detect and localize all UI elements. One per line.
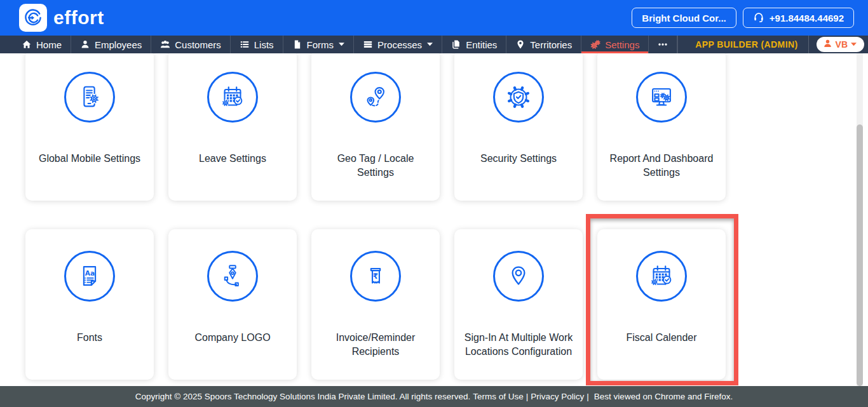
nav-item-label: Lists: [254, 39, 274, 50]
effort-logo[interactable]: [19, 4, 47, 32]
scrollbar-thumb[interactable]: [857, 124, 863, 386]
svg-text:Aa: Aa: [85, 269, 95, 277]
chevron-down-icon: [427, 43, 433, 46]
app-header: effort Bright Cloud Cor... +91.84484.446…: [0, 0, 868, 36]
nav-item-settings[interactable]: Settings: [581, 36, 649, 53]
invoice-rupee-icon: ₹: [361, 262, 390, 291]
person-icon: [80, 39, 90, 50]
settings-card-leave-settings[interactable]: Leave Settings: [168, 53, 297, 201]
vertical-scrollbar[interactable]: [857, 53, 863, 386]
settings-card-label: Geo Tag / Locale Settings: [311, 152, 440, 180]
user-menu-button[interactable]: VB: [817, 37, 864, 52]
nav-item-customers[interactable]: Customers: [151, 36, 231, 53]
settings-card-label: Fonts: [71, 331, 109, 345]
dashboard-monitor-icon: [647, 83, 676, 112]
nav-item-label: Processes: [377, 39, 422, 50]
file-icon: [292, 39, 302, 50]
pages-icon: [451, 39, 461, 50]
user-initials: VB: [836, 39, 848, 50]
footer-separator: |: [526, 392, 529, 401]
nav-item-entities[interactable]: Entities: [442, 36, 506, 53]
main-nav: Home Employees Customers Lists Forms Pro…: [0, 36, 868, 53]
footer: Copyright © 2025 Spoors Technology Solut…: [0, 386, 868, 407]
terms-of-use-link[interactable]: Terms of Use: [473, 392, 524, 401]
role-label: APP BUILDER (ADMIN): [685, 36, 808, 53]
fonts-document-icon: Aa: [75, 262, 104, 291]
settings-card-label: Security Settings: [474, 152, 563, 166]
nav-item-label: Forms: [307, 39, 334, 50]
nav-item-employees[interactable]: Employees: [71, 36, 151, 53]
calendar-check-icon: [218, 83, 247, 112]
privacy-policy-link[interactable]: Privacy Policy: [531, 392, 584, 401]
location-pin-icon: [504, 262, 533, 291]
nav-item-label: Customers: [175, 39, 221, 50]
nav-item-more[interactable]: [649, 36, 677, 53]
nav-item-territories[interactable]: Territories: [506, 36, 581, 53]
ellipsis-icon: [658, 39, 668, 50]
footer-separator: |: [587, 392, 589, 401]
calendar-check-icon: [647, 262, 676, 291]
chevron-down-icon: [339, 43, 344, 46]
list-icon: [240, 39, 250, 50]
settings-card-invoice-reminder-recipients[interactable]: ₹ Invoice/Reminder Recipients: [311, 229, 440, 380]
settings-card-global-mobile-settings[interactable]: Global Mobile Settings: [25, 53, 154, 201]
settings-card-label: Invoice/Reminder Recipients: [311, 331, 440, 359]
home-icon: [22, 39, 32, 50]
brand-name: effort: [53, 7, 104, 29]
settings-card-label: Report And Dashboard Settings: [597, 152, 726, 180]
user-icon: [823, 39, 832, 50]
settings-card-label: Fiscal Calender: [620, 331, 703, 345]
phone-button-label: +91.84484.44692: [770, 13, 844, 23]
nav-item-processes[interactable]: Processes: [354, 36, 442, 53]
settings-card-security-settings[interactable]: Security Settings: [454, 53, 583, 201]
nav-item-label: Home: [36, 39, 62, 50]
nav-item-label: Employees: [95, 39, 142, 50]
settings-card-geo-tag-locale-settings[interactable]: Geo Tag / Locale Settings: [311, 53, 440, 201]
headset-icon: [753, 11, 764, 25]
settings-card-label: Leave Settings: [193, 152, 273, 166]
settings-card-report-and-dashboard-settings[interactable]: Report And Dashboard Settings: [597, 53, 726, 201]
settings-card-company-logo[interactable]: Company LOGO: [168, 229, 297, 380]
nav-item-label: Entities: [466, 39, 497, 50]
security-shield-gear-icon: [504, 83, 533, 112]
user-menu-wrap: VB: [809, 36, 868, 53]
geo-route-icon: [361, 83, 390, 112]
settings-cards-grid: Global Mobile Settings Leave Settings Ge…: [25, 53, 726, 380]
settings-card-sign-in-at-multiple-work-locations-configuration[interactable]: Sign-In At Multiple Work Locations Confi…: [454, 229, 583, 380]
settings-card-fiscal-calender[interactable]: Fiscal Calender: [597, 229, 726, 380]
gears-icon: [590, 39, 600, 50]
svg-text:₹: ₹: [373, 272, 378, 281]
nav-item-lists[interactable]: Lists: [231, 36, 283, 53]
effort-logo-icon: [23, 8, 43, 28]
nav-item-home[interactable]: Home: [13, 36, 71, 53]
nav-spacer: [677, 36, 685, 53]
settings-card-fonts[interactable]: Aa Fonts: [25, 229, 154, 380]
best-viewed-text: Best viewed on Chrome and Firefox.: [594, 392, 733, 401]
mobile-settings-icon: [75, 83, 104, 112]
people-icon: [160, 39, 170, 50]
map-pin-icon: [515, 39, 526, 50]
settings-card-label: Sign-In At Multiple Work Locations Confi…: [454, 331, 583, 359]
pen-tool-icon: [218, 262, 247, 291]
organization-button-label: Bright Cloud Cor...: [642, 13, 726, 23]
phone-button[interactable]: +91.84484.44692: [743, 8, 854, 28]
settings-card-label: Global Mobile Settings: [32, 152, 147, 166]
settings-card-label: Company LOGO: [188, 331, 276, 345]
nav-items: Home Employees Customers Lists Forms Pro…: [13, 36, 677, 53]
nav-item-label: Territories: [530, 39, 572, 50]
settings-page-content: Global Mobile Settings Leave Settings Ge…: [0, 53, 868, 386]
nav-item-forms[interactable]: Forms: [283, 36, 355, 53]
stack-icon: [363, 39, 373, 50]
chevron-down-icon: [851, 43, 857, 46]
organization-button[interactable]: Bright Cloud Cor...: [632, 8, 736, 28]
copyright-text: Copyright © 2025 Spoors Technology Solut…: [135, 392, 470, 401]
nav-item-label: Settings: [605, 39, 639, 50]
